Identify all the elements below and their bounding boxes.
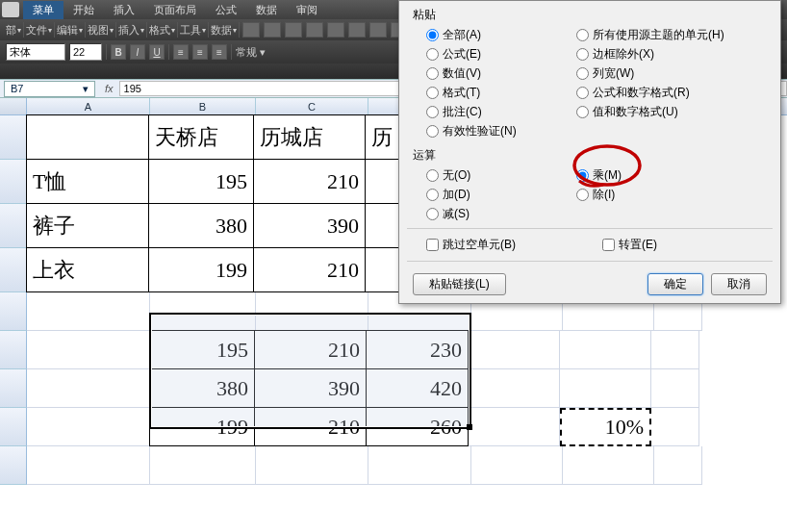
- radio-option[interactable]: 减(S): [426, 206, 576, 222]
- menu-tab[interactable]: 开始: [63, 1, 104, 19]
- toolbar-menu[interactable]: 插入 ▾: [118, 23, 144, 38]
- cell[interactable]: [469, 331, 560, 369]
- ok-button[interactable]: 确定: [647, 273, 703, 295]
- cell[interactable]: [560, 369, 651, 408]
- cancel-button[interactable]: 取消: [711, 273, 767, 295]
- cell[interactable]: 210: [253, 159, 366, 204]
- cell[interactable]: 210: [254, 407, 367, 446]
- toolbar-menu[interactable]: 格式 ▾: [149, 23, 175, 38]
- row-header[interactable]: [0, 115, 27, 160]
- cell[interactable]: 195: [149, 330, 255, 369]
- toolbar-menu[interactable]: 部 ▾: [6, 23, 21, 38]
- preview-icon[interactable]: [306, 22, 323, 38]
- radio-option[interactable]: 格式(T): [426, 85, 576, 101]
- radio-option[interactable]: 无(O): [426, 167, 576, 184]
- cell[interactable]: [27, 369, 150, 408]
- cell[interactable]: [469, 408, 560, 446]
- cell[interactable]: [27, 446, 150, 485]
- cell[interactable]: 380: [149, 368, 255, 408]
- radio-option[interactable]: 乘(M): [576, 167, 767, 184]
- cell[interactable]: [256, 446, 368, 485]
- radio-option[interactable]: 列宽(W): [576, 65, 767, 82]
- underline-button[interactable]: U: [149, 44, 165, 60]
- radio-option[interactable]: 边框除外(X): [576, 46, 767, 63]
- menu-tab[interactable]: 公式: [206, 1, 246, 19]
- italic-button[interactable]: I: [130, 44, 145, 60]
- cell[interactable]: 230: [366, 330, 469, 369]
- cell[interactable]: 天桥店: [148, 114, 254, 160]
- align-left-icon[interactable]: ≡: [173, 44, 189, 60]
- cell[interactable]: 199: [148, 247, 254, 292]
- transpose-checkbox[interactable]: 转置(E): [602, 237, 657, 253]
- radio-option[interactable]: 所有使用源主题的单元(H): [576, 27, 767, 43]
- style-dropdown[interactable]: 常规 ▾: [236, 45, 266, 60]
- cell[interactable]: 裤子: [26, 203, 149, 248]
- cell[interactable]: [560, 331, 651, 369]
- cell[interactable]: [27, 292, 150, 331]
- column-header[interactable]: A: [27, 98, 150, 114]
- name-box[interactable]: B7▾: [4, 81, 95, 97]
- menu-tab[interactable]: 菜单: [23, 1, 63, 19]
- select-all-corner[interactable]: [0, 98, 27, 114]
- cell[interactable]: 390: [254, 368, 367, 408]
- cell[interactable]: [654, 446, 702, 485]
- row-header[interactable]: [0, 292, 27, 331]
- radio-option[interactable]: 公式和数字格式(R): [576, 85, 767, 101]
- paste-link-button[interactable]: 粘贴链接(L): [413, 273, 506, 295]
- radio-option[interactable]: 公式(E): [426, 46, 576, 63]
- menu-tab[interactable]: 插入: [104, 1, 144, 19]
- radio-option[interactable]: 有效性验证(N): [426, 123, 576, 139]
- font-name-input[interactable]: [6, 43, 65, 61]
- cell[interactable]: [150, 446, 256, 485]
- cell[interactable]: T恤: [26, 159, 149, 204]
- cell[interactable]: [368, 446, 471, 485]
- toolbar-menu[interactable]: 编辑 ▾: [57, 23, 83, 38]
- paste-icon[interactable]: [369, 22, 387, 38]
- cell[interactable]: 10%: [560, 408, 651, 446]
- radio-option[interactable]: 加(D): [426, 187, 576, 203]
- cell[interactable]: [27, 408, 150, 446]
- cell[interactable]: [469, 369, 560, 408]
- print-icon[interactable]: [285, 22, 302, 38]
- radio-option[interactable]: 批注(C): [426, 104, 576, 120]
- cell[interactable]: 210: [253, 247, 366, 292]
- cell[interactable]: [563, 446, 654, 485]
- cell[interactable]: [651, 408, 699, 446]
- cell[interactable]: [651, 331, 699, 369]
- toolbar-menu[interactable]: 文件 ▾: [26, 23, 52, 38]
- row-header[interactable]: [0, 369, 27, 408]
- radio-option[interactable]: 数值(V): [426, 65, 576, 82]
- radio-option[interactable]: 全部(A): [426, 27, 576, 43]
- cell[interactable]: [150, 292, 256, 331]
- font-size-input[interactable]: [69, 43, 102, 61]
- cut-icon[interactable]: [327, 22, 344, 38]
- bold-button[interactable]: B: [111, 44, 126, 60]
- row-header[interactable]: [0, 408, 27, 446]
- row-header[interactable]: [0, 204, 27, 248]
- skip-blanks-checkbox[interactable]: 跳过空单元(B): [426, 237, 516, 253]
- cell[interactable]: 420: [366, 368, 469, 408]
- cell[interactable]: 上衣: [26, 247, 149, 292]
- row-header[interactable]: [0, 160, 27, 204]
- cell[interactable]: [26, 114, 149, 160]
- cell[interactable]: [256, 292, 368, 331]
- row-header[interactable]: [0, 331, 27, 369]
- row-header[interactable]: [0, 446, 27, 485]
- cell[interactable]: 210: [254, 330, 367, 369]
- column-header[interactable]: C: [256, 98, 368, 114]
- cell[interactable]: 195: [148, 159, 254, 204]
- toolbar-menu[interactable]: 视图 ▾: [88, 23, 114, 38]
- open-icon[interactable]: [264, 22, 281, 38]
- cell[interactable]: 199: [149, 407, 255, 446]
- toolbar-menu[interactable]: 工具 ▾: [180, 23, 206, 38]
- cell[interactable]: [651, 369, 699, 408]
- menu-tab[interactable]: 数据: [246, 1, 287, 19]
- cell[interactable]: [471, 446, 563, 485]
- align-center-icon[interactable]: ≡: [192, 44, 208, 60]
- menu-tab[interactable]: 审阅: [287, 1, 327, 19]
- cell[interactable]: [27, 331, 150, 369]
- toolbar-menu[interactable]: 数据 ▾: [211, 23, 237, 38]
- radio-option[interactable]: 值和数字格式(U): [576, 104, 767, 120]
- cell[interactable]: 380: [148, 203, 254, 248]
- row-header[interactable]: [0, 248, 27, 292]
